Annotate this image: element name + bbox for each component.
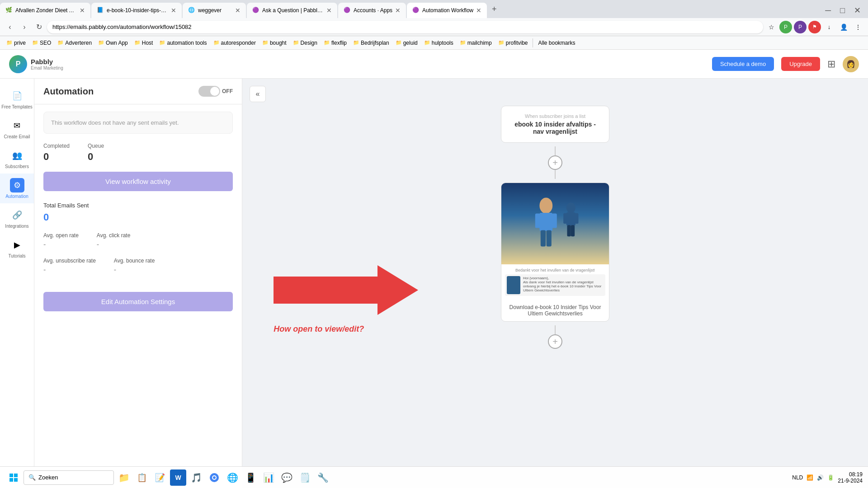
bookmark-profitvibe[interactable]: 📁 profitvibe xyxy=(495,39,531,47)
bookmark-adverteren-label: Adverteren xyxy=(65,40,92,46)
taskbar-app-6[interactable]: 📱 xyxy=(242,469,259,486)
bookmark-flexflip[interactable]: 📁 flexflip xyxy=(321,39,349,47)
taskbar-app-5[interactable]: 🌐 xyxy=(224,469,241,486)
completed-value: 0 xyxy=(43,151,70,163)
settings-icon[interactable]: ⋮ xyxy=(852,21,864,33)
email-preview-svg-2 xyxy=(560,201,582,246)
bookmark-own-app[interactable]: 📁 Own App xyxy=(95,39,131,47)
add-step-button-1[interactable]: + xyxy=(548,155,562,170)
sidebar-item-create-email[interactable]: ✉ Create Email xyxy=(0,114,34,144)
search-label: Zoeken xyxy=(38,474,58,481)
bookmark-geluid-label: geluid xyxy=(403,40,418,46)
bookmark-autoresponder[interactable]: 📁 autoresponder xyxy=(211,39,259,47)
taskbar-chrome[interactable] xyxy=(206,469,222,486)
tab-4[interactable]: 🟣 Ask a Question | Pabbly Su... ✕ xyxy=(247,3,337,18)
tab-5-close[interactable]: ✕ xyxy=(395,7,401,14)
svg-rect-14 xyxy=(14,474,18,477)
sidebar-item-integrations[interactable]: 🔗 Integrations xyxy=(0,203,34,233)
email-node[interactable]: Bedankt voor het invullen van de vragenl… xyxy=(501,183,609,322)
forward-button[interactable]: › xyxy=(18,21,31,33)
tab-1[interactable]: 🌿 Afvallen Zonder Dieet Adm... ✕ xyxy=(0,3,90,18)
tab-2[interactable]: 📘 e-book-10-insider-tips-vo... ✕ xyxy=(91,3,182,18)
taskbar-app-4[interactable]: 🎵 xyxy=(188,469,204,486)
toggle-thumb xyxy=(210,87,219,96)
sidebar-item-subscribers[interactable]: 👥 Subscribers xyxy=(0,144,34,174)
bookmark-autoresponder-label: autoresponder xyxy=(221,40,256,46)
tab-2-close[interactable]: ✕ xyxy=(171,7,176,14)
bookmark-prive[interactable]: 📁 prive xyxy=(4,39,28,47)
taskbar-system-tray: NLD 📶 🔊 🔋 08:19 21-9-2024 xyxy=(792,471,863,484)
bookmark-adverteren[interactable]: 📁 Adverteren xyxy=(55,39,94,47)
svg-rect-4 xyxy=(541,230,546,246)
extension-icon-2[interactable]: P xyxy=(794,21,807,33)
minimize-button[interactable]: ─ xyxy=(821,6,835,15)
bookmark-mailchimp[interactable]: 📁 mailchimp xyxy=(457,39,495,47)
tab-4-close[interactable]: ✕ xyxy=(326,7,332,14)
bookmark-bedrijfsplan[interactable]: 📁 Bedrijfsplan xyxy=(350,39,392,47)
bookmark-bought[interactable]: 📁 bought xyxy=(259,39,289,47)
trigger-label: When subscriber joins a list xyxy=(510,113,600,119)
tab-3-close[interactable]: ✕ xyxy=(235,7,241,14)
toggle-track[interactable] xyxy=(198,86,220,97)
tutorials-icon: ▶ xyxy=(10,238,24,252)
taskbar-app-8[interactable]: 💬 xyxy=(278,469,295,486)
red-arrow-svg xyxy=(274,263,418,317)
completed-label: Completed xyxy=(43,143,70,149)
view-activity-button[interactable]: View workflow activity xyxy=(43,172,233,191)
taskbar-app-2[interactable]: 📝 xyxy=(152,469,168,486)
collapse-panel-button[interactable]: « xyxy=(250,86,266,102)
extension-icon-3[interactable]: ⚑ xyxy=(808,21,821,33)
user-avatar[interactable]: 👩 xyxy=(843,56,859,72)
upgrade-button[interactable]: Upgrade xyxy=(781,57,820,71)
bookmark-folder-icon-7: 📁 xyxy=(213,40,220,46)
start-button[interactable] xyxy=(5,469,22,486)
taskbar-search[interactable]: 🔍 Zoeken xyxy=(24,470,114,485)
taskbar-app-7[interactable]: 📊 xyxy=(260,469,277,486)
bookmark-folder-icon-14: 📁 xyxy=(460,40,466,46)
schedule-demo-button[interactable]: Schedule a demo xyxy=(712,57,774,71)
bookmark-bought-label: bought xyxy=(270,40,287,46)
sidebar-item-automation[interactable]: ⚙ Automation xyxy=(0,174,34,203)
grid-icon[interactable]: ⊞ xyxy=(827,58,835,70)
tab-6[interactable]: 🟣 Automation Workflow ✕ xyxy=(407,3,487,18)
close-window-button[interactable]: ✕ xyxy=(850,5,864,15)
bookmark-star-icon[interactable]: ☆ xyxy=(765,21,778,33)
add-step-button-2[interactable]: + xyxy=(548,334,562,349)
taskbar-app-9[interactable]: 🗒️ xyxy=(297,469,313,486)
sidebar-item-tutorials[interactable]: ▶ Tutorials xyxy=(0,233,34,263)
taskbar-app-1[interactable]: 📋 xyxy=(134,469,150,486)
new-tab-button[interactable]: + xyxy=(488,3,500,15)
sidebar-item-free-templates[interactable]: 📄 Free Templates xyxy=(0,84,34,114)
trigger-node[interactable]: When subscriber joins a list ebook 10 in… xyxy=(501,106,609,143)
toggle-switch[interactable]: OFF xyxy=(198,86,233,97)
bookmark-hulptools[interactable]: 📁 hulptools xyxy=(421,39,456,47)
bookmark-own-app-label: Own App xyxy=(106,40,128,46)
tab-5[interactable]: 🟣 Accounts · Apps ✕ xyxy=(338,3,406,18)
tab-1-title: Afvallen Zonder Dieet Adm... xyxy=(15,7,77,14)
tab-1-close[interactable]: ✕ xyxy=(80,7,85,14)
avg-bounce-rate: Avg. bounce rate - xyxy=(114,258,155,274)
tab-6-close[interactable]: ✕ xyxy=(476,7,481,14)
edit-automation-button[interactable]: Edit Automation Settings xyxy=(43,292,233,311)
restore-button[interactable]: □ xyxy=(836,6,849,15)
create-email-icon: ✉ xyxy=(10,118,24,133)
reload-button[interactable]: ↻ xyxy=(33,21,45,33)
extension-icon-4[interactable]: ↓ xyxy=(823,21,835,33)
taskbar-app-10[interactable]: 🔧 xyxy=(315,469,331,486)
address-input[interactable] xyxy=(47,21,763,33)
bookmark-host[interactable]: 📁 Host xyxy=(132,39,156,47)
bookmark-design[interactable]: 📁 Design xyxy=(290,39,320,47)
taskbar-file-explorer[interactable]: 📁 xyxy=(116,469,132,486)
bookmark-geluid[interactable]: 📁 geluid xyxy=(393,39,420,47)
queue-value: 0 xyxy=(88,151,104,163)
back-button[interactable]: ‹ xyxy=(4,21,16,33)
taskbar-app-3[interactable]: W xyxy=(170,469,186,486)
bookmark-automation-tools[interactable]: 📁 automation tools xyxy=(156,39,209,47)
bookmark-all[interactable]: Alle bookmarks xyxy=(535,39,578,47)
profile-icon[interactable]: 👤 xyxy=(837,21,850,33)
extension-icon-1[interactable]: P xyxy=(779,21,792,33)
tab-3[interactable]: 🌐 weggever ✕ xyxy=(183,3,246,18)
tab-4-favicon: 🟣 xyxy=(252,7,259,14)
bookmark-seo[interactable]: 📁 SEO xyxy=(29,39,54,47)
avg-unsub-rate: Avg. unsubscribe rate - xyxy=(43,258,96,274)
